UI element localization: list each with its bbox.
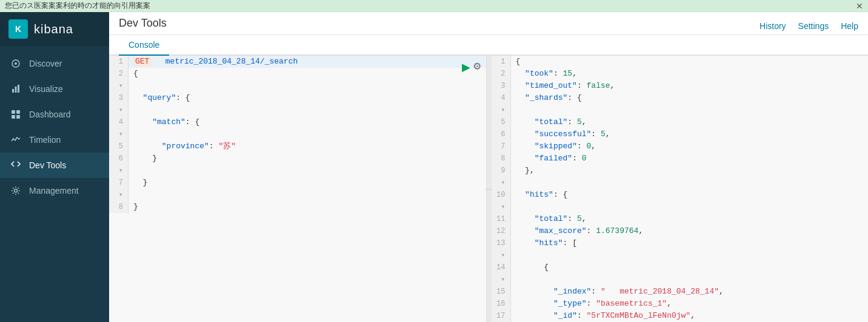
editor-pane[interactable]: 1 GET metric_2018_04_28_14/_search 2 ▾ {… bbox=[109, 56, 487, 322]
line-content: { bbox=[129, 68, 138, 80]
settings-link[interactable]: Settings bbox=[798, 21, 829, 31]
top-banner: 您已のス医案案案利的時の才能的向引用案案 ✕ bbox=[0, 0, 868, 12]
line-number: 8 bbox=[109, 201, 129, 213]
line-content: "max_score": 1.6739764, bbox=[511, 225, 644, 237]
output-line: 15 "_index": " metric_2018_04_28_14", bbox=[492, 286, 869, 298]
line-content: "_type": "basemetrics_1", bbox=[511, 298, 672, 310]
sidebar-item-devtools[interactable]: Dev Tools bbox=[0, 153, 109, 178]
svg-rect-4 bbox=[18, 85, 19, 93]
line-number: 14 ▾ bbox=[492, 261, 511, 286]
kibana-logo-icon: K bbox=[8, 19, 28, 39]
code-line: 6 ▾ } bbox=[109, 153, 486, 177]
code-line: 5 "province": "苏" bbox=[109, 140, 486, 153]
history-link[interactable]: History bbox=[760, 21, 786, 31]
output-line: 17 "_id": "5rTXCmMBtAo_lFeNn0jw", bbox=[492, 310, 869, 322]
management-icon bbox=[10, 185, 22, 197]
line-number: 1 bbox=[492, 56, 511, 68]
devtools-icon bbox=[10, 159, 22, 171]
line-content: "total": 5, bbox=[511, 213, 587, 225]
kibana-logo-text: kibana bbox=[34, 22, 73, 36]
sidebar-logo[interactable]: K kibana bbox=[0, 12, 109, 46]
output-line: 1 { bbox=[492, 56, 869, 68]
sidebar-label-management: Management bbox=[29, 186, 79, 196]
svg-rect-5 bbox=[12, 110, 15, 114]
line-content: } bbox=[129, 201, 138, 213]
line-content: "total": 5, bbox=[511, 116, 587, 128]
visualize-icon bbox=[10, 83, 22, 95]
line-number: 3 ▾ bbox=[109, 92, 129, 116]
line-content: GET metric_2018_04_28_14/_search bbox=[129, 56, 298, 68]
line-number: 8 bbox=[492, 153, 511, 165]
line-content: "timed_out": false, bbox=[511, 80, 615, 92]
line-number: 6 ▾ bbox=[109, 153, 129, 177]
sidebar-item-dashboard[interactable]: Dashboard bbox=[0, 102, 109, 127]
sidebar-item-timelion[interactable]: Timelion bbox=[0, 127, 109, 153]
output-pane[interactable]: 1 { 2 "took": 15, 3 "timed_out": false, … bbox=[492, 56, 869, 322]
editor-container: 1 GET metric_2018_04_28_14/_search 2 ▾ {… bbox=[109, 56, 868, 322]
code-line: 3 ▾ "query": { bbox=[109, 92, 486, 116]
line-number: 7 ▾ bbox=[109, 177, 129, 201]
main-layout: K kibana Discover Visualize Das bbox=[0, 12, 868, 322]
output-line: 9 ▾ }, bbox=[492, 165, 869, 189]
line-number: 5 bbox=[492, 116, 511, 128]
line-number: 3 bbox=[492, 80, 511, 92]
line-content: "province": "苏" bbox=[129, 140, 236, 153]
line-number: 2 ▾ bbox=[109, 68, 129, 92]
banner-close[interactable]: ✕ bbox=[856, 1, 863, 11]
line-number: 16 bbox=[492, 298, 511, 310]
svg-rect-2 bbox=[12, 89, 14, 93]
output-line: 10 ▾ "hits": { bbox=[492, 189, 869, 213]
help-link[interactable]: Help bbox=[841, 21, 858, 31]
output-line: 5 "total": 5, bbox=[492, 116, 869, 128]
code-line: 2 ▾ { bbox=[109, 68, 486, 92]
sidebar-item-management[interactable]: Management bbox=[0, 178, 109, 203]
sidebar-item-discover[interactable]: Discover bbox=[0, 51, 109, 76]
output-line: 13 ▾ "hits": [ bbox=[492, 237, 869, 261]
line-content: "hits": { bbox=[511, 189, 568, 201]
output-line: 16 "_type": "basemetrics_1", bbox=[492, 298, 869, 310]
tab-console[interactable]: Console bbox=[119, 35, 169, 56]
line-content: "_index": " metric_2018_04_28_14", bbox=[511, 286, 724, 298]
output-line: 2 "took": 15, bbox=[492, 68, 869, 80]
sidebar-label-devtools: Dev Tools bbox=[29, 160, 66, 170]
output-line: 8 "failed": 0 bbox=[492, 153, 869, 165]
line-content: "skipped": 0, bbox=[511, 140, 596, 153]
line-number: 6 bbox=[492, 128, 511, 140]
line-number: 11 bbox=[492, 213, 511, 225]
line-content: { bbox=[511, 261, 549, 274]
output-line: 3 "timed_out": false, bbox=[492, 80, 869, 92]
line-number: 10 ▾ bbox=[492, 189, 511, 213]
svg-rect-8 bbox=[16, 115, 20, 119]
svg-rect-7 bbox=[12, 115, 15, 119]
discover-icon bbox=[10, 58, 22, 70]
tabs-bar: Console bbox=[109, 35, 868, 56]
timelion-icon bbox=[10, 134, 22, 146]
output-code: 1 { 2 "took": 15, 3 "timed_out": false, … bbox=[492, 56, 869, 322]
line-number: 4 ▾ bbox=[109, 116, 129, 140]
line-content: "_shards": { bbox=[511, 92, 582, 104]
page-header: Dev Tools History Settings Help bbox=[109, 12, 868, 35]
run-button[interactable]: ▶ bbox=[462, 61, 470, 74]
line-number: 13 ▾ bbox=[492, 237, 511, 261]
sidebar-label-timelion: Timelion bbox=[29, 135, 61, 145]
sidebar: K kibana Discover Visualize Das bbox=[0, 12, 109, 322]
line-number: 4 ▾ bbox=[492, 92, 511, 116]
line-content: "_id": "5rTXCmMBtAo_lFeNn0jw", bbox=[511, 310, 696, 322]
line-content: "successful": 5, bbox=[511, 128, 610, 140]
sidebar-label-visualize: Visualize bbox=[29, 84, 63, 94]
output-line: 6 "successful": 5, bbox=[492, 128, 869, 140]
line-number: 2 bbox=[492, 68, 511, 80]
content-area: Dev Tools History Settings Help Console … bbox=[109, 12, 868, 322]
line-content: "match": { bbox=[129, 116, 199, 128]
line-content: "hits": [ bbox=[511, 237, 577, 249]
line-content: "query": { bbox=[129, 92, 190, 104]
page-title: Dev Tools bbox=[119, 17, 167, 34]
sidebar-label-discover: Discover bbox=[29, 59, 62, 68]
line-number: 15 bbox=[492, 286, 511, 298]
output-line: 7 "skipped": 0, bbox=[492, 140, 869, 153]
wrench-button[interactable]: ⚙ bbox=[473, 61, 481, 74]
code-line: 8 } bbox=[109, 201, 486, 213]
line-content: { bbox=[511, 56, 521, 68]
sidebar-item-visualize[interactable]: Visualize bbox=[0, 76, 109, 102]
pane-divider[interactable]: ⋮ bbox=[487, 56, 492, 322]
